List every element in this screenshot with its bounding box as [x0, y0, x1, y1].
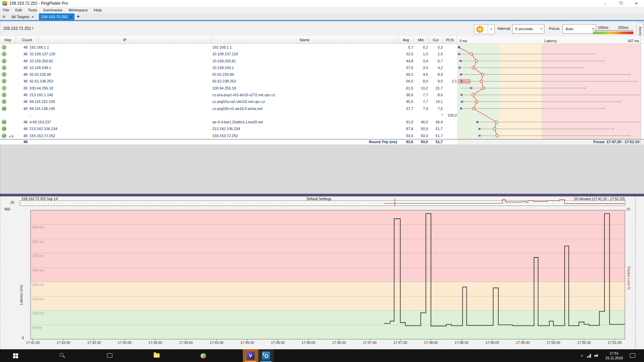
hop-avg: 45,5 — [398, 98, 413, 105]
hidden-icons-chevron[interactable]: ∧ — [579, 349, 585, 362]
hop-min: 7,7 — [414, 92, 428, 98]
hop-min: 3,4 — [414, 58, 428, 64]
menu-bar: FileEditToolsSummariesWorkspaceHelp — [0, 7, 644, 13]
col-header-avg[interactable]: Avg — [398, 36, 414, 44]
chevron-down-icon: ▾ — [541, 24, 542, 33]
hop-min: 0,2 — [414, 44, 428, 51]
folder-icon — [154, 353, 160, 358]
taskbar-clock[interactable]: 17:51 25.11.2018 — [602, 351, 626, 360]
v-app-icon: V — [247, 352, 255, 360]
hop-min: 10,2 — [414, 85, 428, 92]
pane-splitter[interactable] — [0, 194, 644, 196]
empty-area — [0, 144, 644, 194]
hop-min: 50,0 — [414, 132, 428, 139]
minimize-button[interactable]: – — [598, 0, 613, 7]
y-axis-max: 450 — [4, 207, 10, 211]
hop-avg: 0,7 — [398, 44, 413, 51]
menu-item-tools[interactable]: Tools — [25, 7, 40, 13]
col-header-count[interactable]: Count — [16, 36, 39, 44]
hop-number-badge: 10 — [2, 106, 6, 111]
speaker-icon[interactable] — [594, 354, 599, 358]
gridline-label: 350 ms — [32, 240, 44, 244]
col-header-min[interactable]: Min — [414, 36, 429, 44]
time-axis-label: 17:49:30 — [513, 341, 533, 345]
hop-min: 4,5 — [414, 71, 428, 78]
pause-icon — [476, 26, 483, 33]
col-header-name[interactable]: Name — [211, 36, 398, 44]
time-axis-label: 17:47:00 — [360, 341, 380, 345]
col-header-ip[interactable]: IP — [39, 36, 211, 44]
menu-item-file[interactable]: File — [0, 7, 12, 13]
maximize-button[interactable]: ❐ — [613, 0, 629, 7]
hop-ip: 4.69.153.237 — [30, 119, 51, 125]
timeline-chart[interactable] — [0, 196, 644, 349]
v-app-button[interactable]: V — [243, 349, 258, 362]
menu-item-edit[interactable]: Edit — [12, 7, 25, 13]
hop-avg: 87,8 — [398, 125, 413, 132]
pingplotter-taskbar-button[interactable] — [258, 349, 274, 362]
hop-count: 48 — [13, 64, 28, 71]
summary-count: 48 — [13, 139, 28, 144]
latency-legend-labels: 100ms200ms — [593, 25, 633, 31]
time-axis-label: 17:45:00 — [237, 341, 257, 345]
task-view-icon — [107, 353, 112, 358]
chrome-button[interactable] — [196, 349, 211, 362]
close-tab-icon[interactable]: ✕ — [70, 15, 72, 19]
hop-count: 48 — [13, 44, 28, 51]
hop-cur: 1,5 — [428, 51, 443, 57]
windows-logo-icon — [13, 353, 18, 358]
hop-packet-loss: 2,1 — [443, 78, 457, 84]
hop-ip: 10.109.250.81 — [30, 58, 53, 64]
tab-all-targets[interactable]: All Targets✕ — [9, 13, 36, 20]
clock-time: 17:51 — [602, 351, 626, 356]
hop-ip: - — [30, 112, 31, 119]
taskbar-search-button[interactable] — [55, 349, 70, 362]
action-center-icon[interactable] — [630, 353, 635, 358]
menu-item-summaries[interactable]: Summaries — [40, 7, 65, 13]
focus-select[interactable]: Auto ▾ — [562, 24, 596, 34]
close-button[interactable]: ✕ — [629, 0, 644, 7]
tab-target-active[interactable]: 159.153.72.252✕ — [39, 13, 74, 20]
col-header-hop[interactable]: Hop — [0, 36, 16, 44]
pause-options-caret[interactable]: ▾ — [488, 24, 495, 34]
pause-button[interactable]: ▾ — [474, 24, 495, 34]
hop-min: 50,9 — [414, 125, 428, 132]
hop-min: 8,0 — [414, 78, 428, 84]
hop-number-badge: 5 — [2, 72, 6, 77]
hop-ip: 92.62.225.89 — [30, 71, 51, 78]
hop-name: 159.153.72.252 — [212, 132, 238, 139]
round-trip-summary-row[interactable]: 48 Round Trip (ms) 93,6 50,0 51,7 Focus:… — [0, 139, 644, 144]
tab-menu-icon[interactable]: ≡ — [3, 13, 9, 20]
gridline-label: 100 ms — [32, 311, 44, 315]
time-axis-label: 17:46:30 — [329, 341, 349, 345]
menu-item-workspace[interactable]: Workspace — [65, 7, 91, 13]
time-axis-label: 17:51:00 — [605, 341, 625, 345]
hop-latency-strip-chart[interactable] — [458, 44, 644, 139]
timeline-pane: 159.153.72.252 hop 14 Default Settings 1… — [0, 196, 644, 349]
start-button[interactable] — [8, 349, 23, 362]
hop-cur: 51,7 — [428, 132, 443, 139]
hop-number-badge: 8 — [2, 93, 6, 97]
target-address-label: 159.153.72.252 / — [3, 26, 33, 31]
y-axis-zero: 0 — [22, 336, 24, 340]
hop-cur: 31,7 — [428, 85, 443, 92]
packet-loss-axis-title: Packet Loss % — [627, 266, 631, 323]
file-explorer-button[interactable] — [149, 349, 164, 362]
col-header-cur[interactable]: Cur — [429, 36, 443, 44]
gridline-label: 400 ms — [32, 225, 44, 229]
hop-count: 48 — [13, 132, 28, 139]
network-icon[interactable] — [587, 354, 592, 358]
hop-cur: 0,3 — [428, 44, 443, 51]
latency-scale-max: 437 ms — [628, 37, 639, 45]
pingplotter-icon — [262, 352, 270, 360]
interval-select[interactable]: 5 seconds ▾ — [512, 24, 544, 34]
col-header-pl[interactable]: PL% — [443, 36, 457, 44]
new-tab-button[interactable]: + — [75, 13, 81, 20]
close-tab-icon[interactable]: ✕ — [31, 15, 34, 19]
menu-item-help[interactable]: Help — [91, 7, 105, 13]
time-axis-label: 17:44:00 — [176, 341, 196, 345]
summary-cur: 51,7 — [428, 139, 443, 144]
task-view-button[interactable] — [102, 349, 117, 362]
hop-avg: 44,8 — [398, 58, 413, 64]
time-axis-label: 17:44:30 — [207, 341, 227, 345]
